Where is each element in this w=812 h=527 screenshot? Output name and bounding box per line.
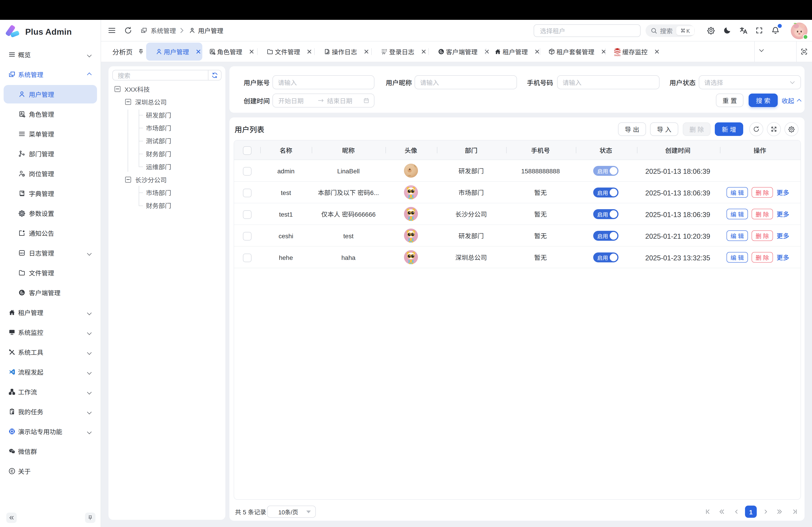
svg-text:DEV: DEV (20, 252, 24, 254)
